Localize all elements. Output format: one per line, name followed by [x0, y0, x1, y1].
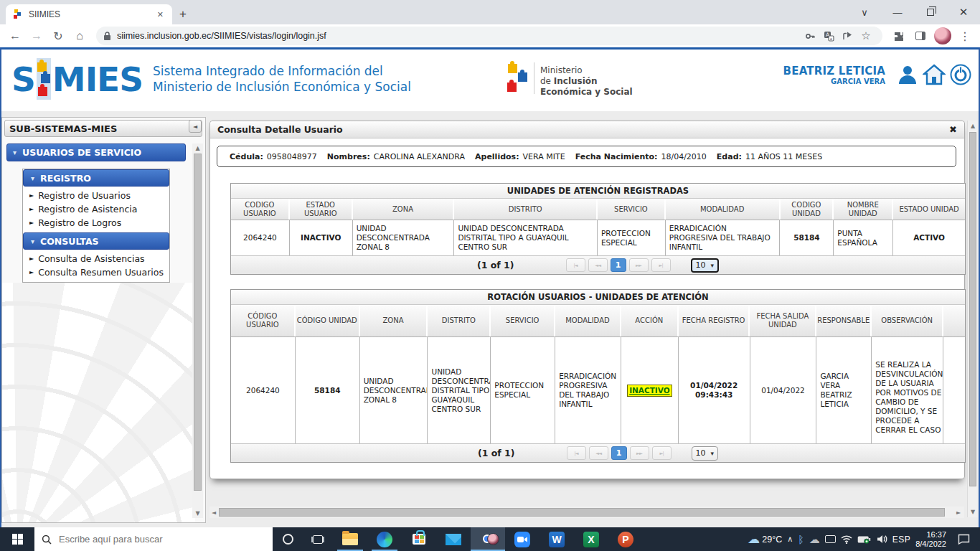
browser-toolbar: ← → ↻ ⌂ siimies.inclusion.gob.ec/SIIMIES…	[0, 24, 980, 47]
page-size-select[interactable]: 10▾	[691, 258, 720, 273]
chevron-down-icon: ▾	[31, 237, 34, 245]
taskbar-store[interactable]	[402, 527, 436, 551]
weather-widget[interactable]: ☁29°C	[748, 532, 782, 547]
bookmark-star-icon[interactable]: ☆	[857, 28, 875, 44]
next-page-button[interactable]: ►►	[629, 258, 649, 272]
share-icon[interactable]	[838, 28, 857, 44]
profile-avatar[interactable]	[934, 27, 951, 44]
clock[interactable]: 16:378/4/2022	[915, 530, 946, 549]
onedrive-icon[interactable]: ☁	[809, 533, 820, 546]
volume-icon[interactable]	[877, 534, 887, 544]
sidebar-group-registro[interactable]: ▾ REGISTRO	[23, 169, 169, 187]
cast-display-icon[interactable]	[825, 535, 836, 543]
taskbar-word[interactable]: W	[540, 527, 574, 551]
taskbar-chrome[interactable]	[471, 527, 505, 551]
panel-close-icon[interactable]: ✖	[949, 124, 957, 135]
panel-title-text: Consulta Detalle Usuario	[217, 124, 343, 135]
home-icon[interactable]	[923, 64, 946, 85]
scroll-down-icon[interactable]: ▼	[968, 509, 978, 515]
taskbar-powerpoint[interactable]: P	[608, 527, 643, 551]
wifi-icon[interactable]	[841, 535, 852, 544]
scroll-up-icon[interactable]: ▲	[192, 145, 203, 151]
cedula-value: 0958048977	[267, 152, 317, 161]
word-icon: W	[549, 532, 565, 547]
language-indicator[interactable]: ESP	[892, 534, 911, 545]
horizontal-scroll-thumb[interactable]	[219, 508, 945, 517]
address-bar[interactable]: siimies.inclusion.gob.ec/SIIMIES/vistas/…	[96, 27, 882, 45]
current-page-button[interactable]: 1	[611, 258, 626, 272]
sidebar-group-consultas[interactable]: ▾ CONSULTAS	[23, 232, 169, 250]
apellidos-value: VERA MITE	[523, 152, 565, 161]
cell-modalidad: ERRADICACIÓN PROGRESIVA DEL TRABAJO INFA…	[555, 337, 621, 443]
sidebar-item-consulta-resumen[interactable]: ►Consulta Resumen Usuarios	[23, 265, 169, 279]
browser-tabstrip: SIIMIES ✕ + ∨ — ✕	[0, 0, 980, 24]
menu-kebab-icon[interactable]: ⋮	[954, 26, 976, 46]
inactivo-action-link[interactable]: INACTIVO	[627, 385, 672, 397]
last-page-button[interactable]: ►|	[651, 258, 671, 272]
start-button[interactable]	[0, 527, 34, 551]
battery-icon[interactable]	[857, 535, 872, 544]
forward-button[interactable]: →	[26, 26, 47, 46]
minimize-button[interactable]: —	[881, 0, 914, 24]
col-header: CODIGO USUARIO	[231, 199, 290, 220]
current-page-button[interactable]: 1	[611, 446, 627, 460]
scroll-down-icon[interactable]: ▼	[192, 510, 203, 517]
sidebar-item-registro-asistencia[interactable]: ►Registro de Asistencia	[23, 202, 169, 216]
sidebar-scroll-thumb[interactable]	[194, 154, 202, 491]
bluetooth-icon[interactable]: ᛒ	[798, 534, 804, 545]
logo-s: S	[11, 60, 35, 99]
edad-value: 11 AÑOS 11 MESES	[745, 152, 822, 161]
cell-fecha-registro: 01/04/2022 09:43:43	[679, 337, 750, 443]
hidden-icons-chevron[interactable]: ∧	[787, 534, 793, 544]
password-key-icon[interactable]	[801, 28, 819, 44]
vertical-scroll-thumb[interactable]	[969, 132, 976, 486]
scroll-up-icon[interactable]: ▲	[968, 123, 978, 129]
search-input[interactable]	[59, 534, 238, 545]
translate-icon[interactable]: Aa	[819, 28, 838, 44]
next-page-button[interactable]: ►►	[630, 446, 649, 460]
chevron-down-icon: ▾	[13, 149, 17, 156]
prev-page-button[interactable]: ◄◄	[588, 258, 608, 272]
scroll-right-icon[interactable]: ►	[954, 509, 963, 516]
side-panel-icon[interactable]	[910, 26, 931, 46]
sidebar-collapse-button[interactable]: ◄	[189, 120, 202, 133]
main-vertical-scrollbar[interactable]: ▲ ▼	[967, 121, 978, 517]
home-button[interactable]: ⌂	[69, 26, 90, 46]
col-header: SERVICIO	[598, 199, 666, 220]
cell-accion: INACTIVO	[621, 337, 679, 443]
taskbar-mail[interactable]	[436, 527, 471, 551]
back-button[interactable]: ←	[4, 26, 26, 46]
sidebar-item-registro-usuarios[interactable]: ►Registro de Usuarios	[23, 189, 169, 202]
extensions-puzzle-icon[interactable]	[888, 26, 910, 46]
restore-button[interactable]	[914, 0, 947, 24]
sidebar-item-consulta-asistencias[interactable]: ►Consulta de Asistencias	[23, 252, 169, 265]
taskbar-edge[interactable]	[367, 527, 402, 551]
prev-page-button[interactable]: ◄◄	[589, 446, 608, 460]
scroll-left-icon[interactable]: ◄	[209, 509, 218, 516]
task-view-button[interactable]	[303, 527, 333, 551]
action-center-button[interactable]	[951, 534, 976, 545]
reload-button[interactable]: ↻	[47, 26, 69, 46]
weather-cloud-icon: ☁	[748, 532, 760, 547]
last-page-button[interactable]: ►|	[652, 446, 672, 460]
cell-servicio: PROTECCION ESPECIAL	[598, 220, 666, 255]
tab-close-icon[interactable]: ✕	[154, 9, 166, 21]
user-profile-icon[interactable]	[897, 64, 918, 85]
taskbar-file-explorer[interactable]	[333, 527, 367, 551]
main-horizontal-scrollbar[interactable]: ◄ ►	[209, 507, 964, 518]
taskbar-excel[interactable]: X	[574, 527, 608, 551]
sidebar-item-registro-logros[interactable]: ►Registro de Logros	[23, 216, 169, 230]
sidebar-scrollbar[interactable]: ▲ ▼	[192, 143, 203, 518]
logout-power-icon[interactable]	[950, 64, 971, 85]
close-window-button[interactable]: ✕	[947, 0, 980, 24]
taskbar-search[interactable]	[34, 527, 273, 551]
tab-search-icon[interactable]: ∨	[848, 0, 881, 24]
page-size-select[interactable]: 10▾	[692, 446, 719, 461]
browser-tab[interactable]: SIIMIES ✕	[6, 4, 172, 24]
first-page-button[interactable]: |◄	[566, 258, 585, 272]
first-page-button[interactable]: |◄	[567, 446, 586, 460]
cortana-button[interactable]	[273, 527, 303, 551]
taskbar-zoom[interactable]	[505, 527, 540, 551]
sidebar-item-usuarios-de-servicio[interactable]: ▾ USUARIOS DE SERVICIO	[6, 143, 186, 161]
new-tab-button[interactable]: +	[172, 4, 194, 24]
